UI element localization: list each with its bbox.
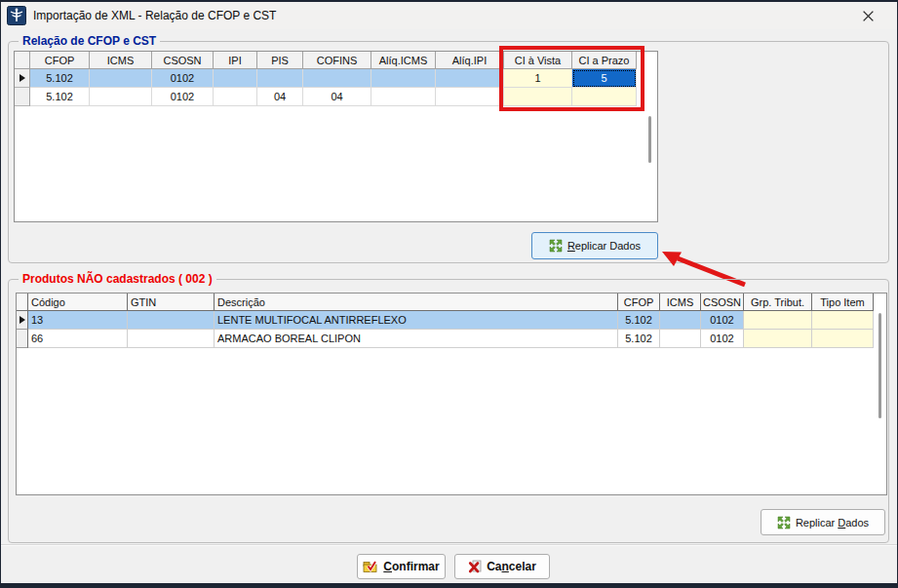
column-header-grp-tribut[interactable]: Grp. Tribut. (744, 294, 812, 311)
cell-cfop[interactable]: 5.102 (30, 88, 90, 106)
close-icon (862, 10, 875, 22)
confirm-label: Confirmar (383, 560, 439, 573)
app-icon (7, 6, 26, 25)
column-header-pis[interactable]: PIS (257, 52, 303, 69)
column-header-cfop[interactable]: CFOP (30, 52, 90, 69)
replicate-products-label: Replicar Dados (796, 517, 869, 529)
cfop-table: CFOP ICMS CSOSN IPI PIS COFINS Alíq.ICMS… (14, 51, 658, 222)
cell-ipi[interactable] (214, 69, 257, 88)
cell-aliq-ipi[interactable] (436, 88, 504, 106)
dialog-body: Importação de XML - Relação de CFOP e CS… (1, 2, 897, 583)
cell-tipo-item[interactable] (812, 311, 874, 330)
column-header-selector[interactable] (15, 52, 30, 69)
footer-separator (1, 544, 897, 546)
cell-csosn[interactable]: 0102 (701, 330, 744, 348)
current-row-arrow-icon (20, 316, 25, 324)
replicate-cfop-label: Replicar Dados (567, 240, 641, 252)
products-group-title: Produtos NÃO cadastrados ( 002 ) (19, 272, 216, 286)
replicate-icon (777, 516, 791, 529)
column-header-selector[interactable] (17, 294, 28, 311)
row-selector[interactable] (17, 330, 28, 348)
products-table-header: Código GTIN Descrição CFOP ICMS CSOSN Gr… (17, 294, 886, 311)
cell-pis[interactable] (257, 69, 303, 88)
cell-codigo[interactable]: 66 (28, 330, 128, 348)
cell-ipi[interactable] (214, 88, 257, 106)
cell-cfop[interactable]: 5.102 (618, 330, 660, 348)
products-table: Código GTIN Descrição CFOP ICMS CSOSN Gr… (16, 293, 887, 495)
column-header-cfop[interactable]: CFOP (618, 294, 660, 311)
row-selector[interactable] (15, 88, 30, 106)
cell-grp-tribut[interactable] (744, 330, 812, 348)
cfop-group-title: Relação de CFOP e CST (19, 34, 160, 48)
window-title: Importação de XML - Relação de CFOP e CS… (33, 9, 276, 22)
column-header-aliq-ipi[interactable]: Alíq.IPI (436, 52, 504, 69)
column-header-ipi[interactable]: IPI (214, 52, 257, 69)
cell-cofins[interactable] (303, 69, 371, 88)
cell-csosn[interactable]: 0102 (152, 69, 214, 88)
cell-csosn[interactable]: 0102 (152, 88, 214, 106)
cell-icms[interactable] (660, 330, 701, 348)
cell-gtin[interactable] (128, 311, 215, 330)
replicate-cfop-button[interactable]: Replicar Dados (531, 232, 658, 259)
table-row: 5.102 0102 1 5 (15, 69, 657, 88)
cfop-table-header: CFOP ICMS CSOSN IPI PIS COFINS Alíq.ICMS… (15, 52, 657, 69)
column-header-ci-prazo[interactable]: CI a Prazo (572, 52, 637, 69)
column-header-cofins[interactable]: COFINS (303, 52, 371, 69)
cell-descricao[interactable]: LENTE MULTIFOCAL ANTIRREFLEXO (215, 311, 618, 330)
column-header-gtin[interactable]: GTIN (128, 294, 215, 311)
table-row: 13 LENTE MULTIFOCAL ANTIRREFLEXO 5.102 0… (17, 311, 886, 330)
column-header-tipo-item[interactable]: Tipo Item (812, 294, 874, 311)
cell-aliq-ipi[interactable] (436, 69, 504, 88)
column-header-ci-vista[interactable]: CI à Vista (504, 52, 572, 69)
cell-aliq-icms[interactable] (371, 69, 436, 88)
cell-ci-vista[interactable]: 1 (504, 69, 572, 88)
vertical-scrollbar-thumb[interactable] (648, 116, 651, 163)
cell-icms[interactable] (90, 88, 152, 106)
cell-ci-prazo[interactable] (572, 88, 637, 106)
cell-icms[interactable] (90, 69, 152, 88)
cell-cfop[interactable]: 5.102 (30, 69, 90, 88)
cancel-button[interactable]: Cancelar (454, 554, 550, 579)
cancel-icon (468, 560, 482, 573)
cell-ci-vista[interactable] (504, 88, 572, 106)
cell-tipo-item[interactable] (812, 330, 874, 348)
current-row-arrow-icon (20, 74, 25, 82)
row-selector[interactable] (17, 311, 28, 330)
cell-descricao[interactable]: ARMACAO BOREAL CLIPON (215, 330, 618, 348)
cell-pis[interactable]: 04 (257, 88, 303, 106)
column-header-icms[interactable]: ICMS (90, 52, 152, 69)
confirm-icon (363, 560, 378, 573)
dialog-window: Importação de XML - Relação de CFOP e CS… (0, 0, 898, 588)
title-bar: Importação de XML - Relação de CFOP e CS… (1, 2, 897, 29)
cell-ci-prazo-focused[interactable]: 5 (572, 69, 637, 88)
confirm-button[interactable]: Confirmar (357, 554, 446, 579)
cell-aliq-icms[interactable] (371, 88, 436, 106)
cell-codigo[interactable]: 13 (28, 311, 128, 330)
replicate-products-button[interactable]: Replicar Dados (761, 509, 885, 535)
cell-cofins[interactable]: 04 (303, 88, 371, 106)
vertical-scrollbar-thumb[interactable] (878, 313, 881, 418)
close-button[interactable] (854, 6, 881, 26)
column-header-csosn[interactable]: CSOSN (701, 294, 744, 311)
cell-csosn[interactable]: 0102 (701, 311, 744, 330)
cancel-label: Cancelar (487, 560, 536, 573)
cell-cfop[interactable]: 5.102 (618, 311, 660, 330)
column-header-icms[interactable]: ICMS (660, 294, 701, 311)
cell-gtin[interactable] (128, 330, 215, 348)
column-header-aliq-icms[interactable]: Alíq.ICMS (371, 52, 436, 69)
cell-icms[interactable] (660, 311, 701, 330)
table-row: 66 ARMACAO BOREAL CLIPON 5.102 0102 (17, 330, 886, 348)
row-selector[interactable] (15, 69, 30, 88)
table-row: 5.102 0102 04 04 (15, 88, 657, 106)
cell-grp-tribut[interactable] (744, 311, 812, 330)
replicate-icon (549, 239, 563, 253)
column-header-codigo[interactable]: Código (28, 294, 128, 311)
column-header-csosn[interactable]: CSOSN (152, 52, 214, 69)
column-header-descricao[interactable]: Descrição (215, 294, 618, 311)
